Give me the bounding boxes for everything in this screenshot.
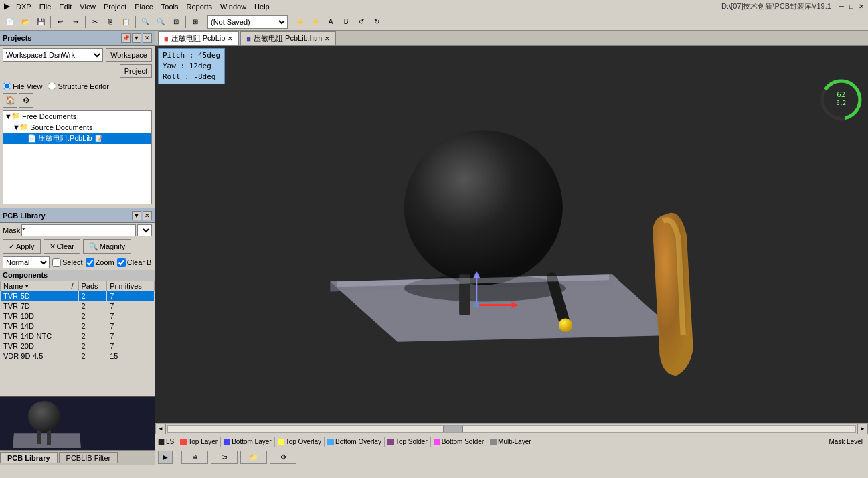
tab-pcblib-close[interactable]: ✕ — [228, 35, 233, 42]
apply-button[interactable]: ✓ Apply — [3, 239, 41, 254]
col-slash[interactable]: / — [68, 281, 78, 291]
tb-paste[interactable]: 📋 — [118, 15, 133, 29]
tb-grid[interactable]: ⊞ — [188, 15, 203, 29]
file-view-radio[interactable]: File View — [3, 82, 42, 90]
table-row[interactable]: TVR-5D27 — [1, 291, 155, 301]
tree-item-free-docs[interactable]: ▼ 📁 Free Documents — [3, 111, 151, 122]
tb-btn-a[interactable]: ⚡ — [292, 15, 307, 29]
menubar-dxp[interactable]: DXP — [12, 2, 35, 11]
tb-redo[interactable]: ↪ — [68, 15, 83, 29]
select-check[interactable]: Select — [52, 258, 83, 267]
pcb-library-tab[interactable]: PCB Library — [0, 452, 58, 463]
tb-zoom-out[interactable]: 🔍 — [153, 15, 168, 29]
table-row[interactable]: TVR-20D27 — [1, 341, 155, 351]
bottom-solder-swatch — [434, 439, 440, 445]
taskbar-start[interactable]: ▶ — [158, 451, 173, 464]
tb-copy[interactable]: ⎘ — [103, 15, 118, 29]
tb-zoom-in[interactable]: 🔍 — [138, 15, 153, 29]
top-overlay-swatch — [278, 439, 284, 445]
table-row[interactable]: TVR-14D-NTC27 — [1, 331, 155, 341]
tb-btn-d[interactable]: B — [339, 15, 353, 29]
table-row[interactable]: VDR 9D-4.5215 — [1, 351, 155, 362]
tab-htm-close[interactable]: ✕ — [325, 35, 330, 42]
bottom-layer-item[interactable]: Bottom Layer — [221, 438, 274, 445]
tree-item-source-docs[interactable]: ▼ 📁 Source Documents — [3, 122, 151, 133]
tb-fit[interactable]: ⊡ — [169, 15, 183, 29]
workspace-dropdown[interactable]: Workspace1.DsnWrk — [3, 48, 103, 62]
taskbar-btn1[interactable]: 🖥 — [181, 451, 208, 464]
project-button[interactable]: Project — [120, 64, 152, 78]
tb-new[interactable]: 📄 — [3, 15, 17, 29]
tb-btn-e[interactable]: ↺ — [354, 15, 369, 29]
ls-layer[interactable]: LS — [155, 438, 177, 445]
table-row[interactable]: TVR-7D27 — [1, 301, 155, 311]
tb-cut[interactable]: ✂ — [88, 15, 102, 29]
tb-open[interactable]: 📂 — [18, 15, 33, 29]
bottom-layer-swatch — [224, 439, 230, 445]
h-scroll-area[interactable]: ◄ ► — [155, 423, 868, 434]
mask-input[interactable] — [21, 224, 136, 236]
structure-editor-radio[interactable]: Structure Editor — [48, 82, 108, 90]
tb-btn-b[interactable]: ⚡ — [308, 15, 323, 29]
menubar-project[interactable]: Project — [100, 2, 131, 11]
pcb-canvas[interactable]: Pitch : 45deg Yaw : 12deg Roll : -8deg — [155, 46, 868, 423]
window-close[interactable]: ✕ — [856, 3, 867, 10]
menubar-view[interactable]: View — [76, 2, 100, 11]
components-table-container: Name ▼ / Pads Primitives TVR-5D27TVR-7D2… — [0, 281, 155, 396]
magnify-button[interactable]: 🔍 Magnify — [83, 239, 132, 254]
pcb-lib-menu[interactable]: ▼ — [132, 211, 141, 220]
yaw-info: Yaw : 12deg — [163, 61, 220, 72]
taskbar-btn4[interactable]: ⚙ — [270, 451, 296, 464]
table-row[interactable]: TVR-14D27 — [1, 321, 155, 331]
top-layer-item[interactable]: Top Layer — [177, 438, 220, 445]
clear-button[interactable]: ✕ Clear — [44, 239, 80, 254]
bottom-overlay-item[interactable]: Bottom Overlay — [325, 438, 384, 445]
table-row[interactable]: TVR-10D27 — [1, 311, 155, 321]
bottom-solder-item[interactable]: Bottom Solder — [431, 438, 487, 445]
top-solder-item[interactable]: Top Solder — [385, 438, 430, 445]
normal-select[interactable]: Normal — [3, 256, 50, 268]
tb-btn-f[interactable]: ↻ — [369, 15, 384, 29]
window-minimize[interactable]: ─ — [837, 3, 847, 10]
workspace-button[interactable]: Workspace — [106, 48, 152, 62]
clearb-check[interactable]: Clear B — [117, 258, 152, 267]
taskbar-btn3[interactable]: 📁 — [240, 451, 267, 464]
multi-layer-swatch — [490, 439, 497, 445]
col-pads[interactable]: Pads — [78, 281, 107, 291]
scroll-right-btn[interactable]: ► — [857, 424, 868, 434]
tb-undo[interactable]: ↩ — [53, 15, 68, 29]
tb-save[interactable]: 💾 — [33, 15, 48, 29]
menubar-file[interactable]: File — [35, 2, 56, 11]
panel-pin[interactable]: 📌 — [121, 33, 131, 43]
menubar-tools[interactable]: Tools — [157, 2, 183, 11]
zoom-check[interactable]: Zoom — [86, 258, 114, 267]
scroll-left-btn[interactable]: ◄ — [155, 424, 166, 434]
tree-item-pcblib[interactable]: 📄 压敏电阻.PcbLib 📝 — [3, 133, 151, 144]
menubar-reports[interactable]: Reports — [182, 2, 216, 11]
tree-icon-btn2[interactable]: ⚙ — [19, 93, 33, 108]
not-saved-dropdown[interactable]: (Not Saved) — [207, 15, 288, 29]
mask-dropdown[interactable]: ▼ — [137, 224, 152, 236]
taskbar-btn2[interactable]: 🗂 — [211, 451, 238, 464]
scroll-track-h[interactable] — [167, 425, 856, 433]
multi-layer-item[interactable]: Multi-Layer — [487, 438, 533, 445]
col-primitives[interactable]: Primitives — [107, 281, 155, 291]
tab-pcblib[interactable]: ■ 压敏电阻 PcbLib ✕ — [158, 31, 239, 45]
pcblib-filter-tab[interactable]: PCBLIB Filter — [59, 452, 118, 463]
pcb-lib-close[interactable]: ✕ — [143, 211, 152, 220]
tb-btn-c[interactable]: A — [323, 15, 338, 29]
col-name[interactable]: Name ▼ — [1, 281, 68, 291]
menubar-place[interactable]: Place — [131, 2, 157, 11]
panel-close[interactable]: ✕ — [143, 33, 152, 43]
menubar-edit[interactable]: Edit — [55, 2, 76, 11]
tab-htm[interactable]: ■ 压敏电阻 PcbLib.htm ✕ — [240, 31, 336, 45]
top-overlay-item[interactable]: Top Overlay — [275, 438, 324, 445]
panel-menu[interactable]: ▼ — [132, 33, 141, 43]
components-table: Name ▼ / Pads Primitives TVR-5D27TVR-7D2… — [0, 281, 155, 362]
menubar-help[interactable]: Help — [250, 2, 274, 11]
menubar-window[interactable]: Window — [216, 2, 250, 11]
tree-icon-btn1[interactable]: 🏠 — [3, 93, 17, 108]
scroll-thumb-h[interactable] — [443, 426, 463, 432]
window-maximize[interactable]: □ — [847, 3, 856, 10]
bottom-overlay-swatch — [327, 439, 334, 445]
